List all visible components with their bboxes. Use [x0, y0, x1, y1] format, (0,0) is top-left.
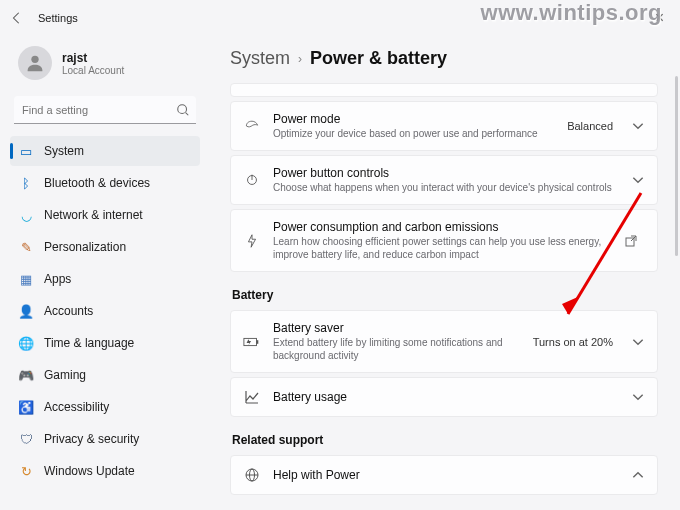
content-pane: System › Power & battery Power mode Opti…: [210, 36, 680, 510]
power-mode-value: Balanced: [567, 120, 613, 132]
brush-icon: ✎: [18, 239, 34, 255]
sidebar-item-gaming[interactable]: 🎮Gaming: [10, 360, 200, 390]
card-battery-usage[interactable]: Battery usage: [230, 377, 658, 417]
sidebar-item-system[interactable]: ▭System: [10, 136, 200, 166]
nav-label: Accounts: [44, 304, 93, 318]
battery-saver-icon: [243, 333, 261, 351]
sidebar-item-accessibility[interactable]: ♿Accessibility: [10, 392, 200, 422]
battery-saver-value: Turns on at 20%: [533, 336, 613, 348]
nav-label: Bluetooth & devices: [44, 176, 150, 190]
card-title: Power button controls: [273, 166, 619, 180]
nav-label: Time & language: [44, 336, 134, 350]
svg-point-0: [31, 56, 38, 63]
breadcrumb: System › Power & battery: [230, 48, 658, 69]
chevron-up-icon: [631, 468, 645, 482]
sidebar-item-time[interactable]: 🌐Time & language: [10, 328, 200, 358]
card-sub: Learn how choosing efficient power setti…: [273, 235, 613, 261]
card-carbon[interactable]: Power consumption and carbon emissions L…: [230, 209, 658, 272]
card-title: Power consumption and carbon emissions: [273, 220, 613, 234]
accounts-icon: 👤: [18, 303, 34, 319]
nav-label: Gaming: [44, 368, 86, 382]
user-block[interactable]: rajst Local Account: [10, 40, 200, 92]
user-account: Local Account: [62, 65, 124, 76]
globe-icon: [243, 466, 261, 484]
sidebar-item-accounts[interactable]: 👤Accounts: [10, 296, 200, 326]
card-battery-saver[interactable]: Battery saver Extend battery life by lim…: [230, 310, 658, 373]
external-link-icon: [625, 235, 637, 247]
user-name: rajst: [62, 51, 124, 65]
wifi-icon: ◡: [18, 207, 34, 223]
accessibility-icon: ♿: [18, 399, 34, 415]
sidebar-item-network[interactable]: ◡Network & internet: [10, 200, 200, 230]
time-icon: 🌐: [18, 335, 34, 351]
sidebar-item-bluetooth[interactable]: ᛒBluetooth & devices: [10, 168, 200, 198]
chevron-down-icon: [631, 173, 645, 187]
scrollbar[interactable]: [675, 76, 678, 256]
chevron-down-icon: [631, 335, 645, 349]
bluetooth-icon: ᛒ: [18, 175, 34, 191]
avatar: [18, 46, 52, 80]
card-title: Battery usage: [273, 390, 619, 404]
card-sub: Extend battery life by limiting some not…: [273, 336, 521, 362]
back-button[interactable]: [10, 11, 24, 25]
section-related: Related support: [232, 433, 658, 447]
card-sub: Choose what happens when you interact wi…: [273, 181, 619, 194]
nav-label: Apps: [44, 272, 71, 286]
chevron-down-icon: [631, 390, 645, 404]
section-battery: Battery: [232, 288, 658, 302]
sidebar-item-apps[interactable]: ▦Apps: [10, 264, 200, 294]
svg-rect-7: [257, 340, 259, 344]
chevron-down-icon: [631, 119, 645, 133]
card-power-mode[interactable]: Power mode Optimize your device based on…: [230, 101, 658, 151]
energy-icon: [243, 232, 261, 250]
svg-point-1: [178, 104, 187, 113]
nav-label: System: [44, 144, 84, 158]
breadcrumb-current: Power & battery: [310, 48, 447, 69]
window-title: Settings: [38, 12, 78, 24]
sidebar-item-privacy[interactable]: 🛡Privacy & security: [10, 424, 200, 454]
power-button-icon: [243, 171, 261, 189]
sidebar-item-personalization[interactable]: ✎Personalization: [10, 232, 200, 262]
apps-icon: ▦: [18, 271, 34, 287]
card-sub: Optimize your device based on power use …: [273, 127, 555, 140]
partial-card[interactable]: [230, 83, 658, 97]
nav-label: Privacy & security: [44, 432, 139, 446]
battery-usage-icon: [243, 388, 261, 406]
update-icon: ↻: [18, 463, 34, 479]
nav-label: Windows Update: [44, 464, 135, 478]
link-adjusting-power[interactable]: Adjusting power and sleep settings: [230, 499, 658, 510]
svg-line-2: [186, 112, 189, 115]
system-icon: ▭: [18, 143, 34, 159]
power-mode-icon: [243, 117, 261, 135]
card-power-button[interactable]: Power button controls Choose what happen…: [230, 155, 658, 205]
nav-list: ▭System ᛒBluetooth & devices ◡Network & …: [10, 136, 200, 486]
nav-label: Accessibility: [44, 400, 109, 414]
nav-label: Personalization: [44, 240, 126, 254]
nav-label: Network & internet: [44, 208, 143, 222]
sidebar: rajst Local Account ▭System ᛒBluetooth &…: [0, 36, 210, 510]
search-icon: [176, 103, 190, 117]
card-title: Power mode: [273, 112, 555, 126]
card-title: Battery saver: [273, 321, 521, 335]
breadcrumb-parent[interactable]: System: [230, 48, 290, 69]
card-title: Help with Power: [273, 468, 619, 482]
close-button[interactable]: ×: [649, 9, 670, 27]
gaming-icon: 🎮: [18, 367, 34, 383]
card-help[interactable]: Help with Power: [230, 455, 658, 495]
sidebar-item-update[interactable]: ↻Windows Update: [10, 456, 200, 486]
search-box[interactable]: [14, 96, 196, 124]
chevron-right-icon: ›: [298, 52, 302, 66]
privacy-icon: 🛡: [18, 431, 34, 447]
search-input[interactable]: [22, 104, 176, 116]
titlebar: Settings ×: [0, 0, 680, 36]
